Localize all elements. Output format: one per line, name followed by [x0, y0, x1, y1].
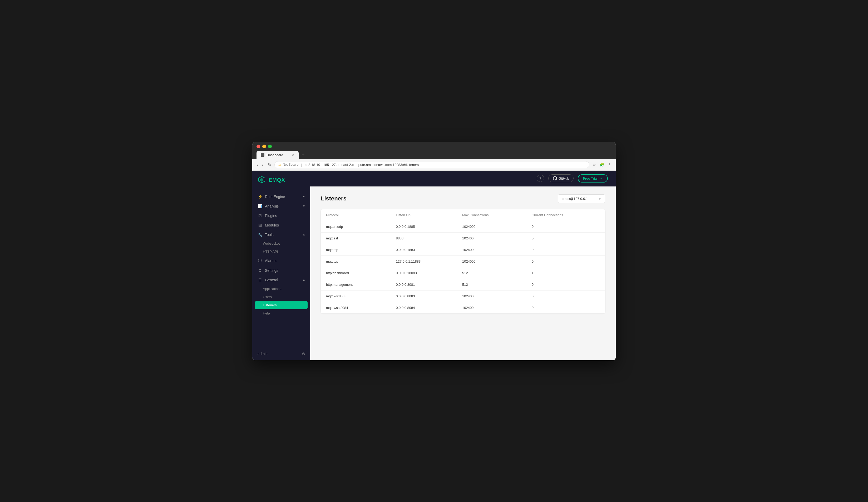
cell-current-connections: 0	[526, 255, 605, 267]
sidebar-item-analysis[interactable]: 📊 Analysis ∨	[252, 202, 310, 211]
cell-listen-on: 0.0.0.0:8084	[391, 302, 457, 314]
svg-marker-1	[260, 178, 264, 182]
sidebar-item-tools[interactable]: 🔧 Tools ∧	[252, 230, 310, 239]
rule-engine-icon: ⚡	[258, 195, 262, 199]
tab-bar: Dashboard ✕ +	[257, 151, 611, 159]
github-icon	[553, 176, 557, 181]
cell-protocol: mqttsn:udp	[321, 221, 391, 232]
sidebar-item-settings[interactable]: ⚙ Settings	[252, 266, 310, 275]
sidebar-item-websocket[interactable]: Websocket	[252, 239, 310, 248]
analysis-icon: 📊	[258, 204, 262, 208]
logout-icon[interactable]: ⎋	[302, 351, 305, 356]
cell-protocol: http:dashboard	[321, 267, 391, 279]
node-selector[interactable]: emqx@127.0.0.1 ∨	[558, 194, 605, 203]
cell-current-connections: 0	[526, 279, 605, 290]
forward-button[interactable]: ›	[261, 162, 265, 167]
analysis-expand-icon: ∨	[303, 204, 305, 208]
sidebar-nav: ⚡ Rule Engine ∨ 📊 Analysis ∨ ☑ Plugins	[252, 190, 310, 347]
sidebar-item-http-api[interactable]: HTTP API	[252, 248, 310, 256]
table-body: mqttsn:udp 0.0.0.0:1885 1024000 0 mqtt:s…	[321, 221, 605, 314]
cell-listen-on: 0.0.0.0:1885	[391, 221, 457, 232]
reload-button[interactable]: ↻	[267, 162, 272, 168]
cell-listen-on: 0.0.0.0:1883	[391, 244, 457, 255]
back-button[interactable]: ‹	[256, 162, 259, 167]
modules-icon: ▦	[258, 223, 262, 227]
alarms-icon: ⓘ	[258, 258, 262, 263]
sidebar-item-help[interactable]: Help	[252, 309, 310, 317]
cell-current-connections: 0	[526, 221, 605, 232]
sidebar-item-users[interactable]: Users	[252, 293, 310, 301]
tab-favicon	[261, 153, 265, 157]
sidebar-item-rule-engine[interactable]: ⚡ Rule Engine ∨	[252, 192, 310, 202]
cell-listen-on: 8883	[391, 232, 457, 244]
sidebar-item-general[interactable]: ☰ General ∧	[252, 275, 310, 285]
cell-protocol: http:management	[321, 279, 391, 290]
bookmark-star-icon[interactable]: ☆	[591, 162, 597, 167]
lock-icon: ⚠	[278, 163, 281, 166]
cell-listen-on: 0.0.0.0:18083	[391, 267, 457, 279]
new-tab-button[interactable]: +	[300, 151, 307, 159]
browser-actions: ☆ 🧩 ⋮	[591, 162, 612, 167]
active-tab[interactable]: Dashboard ✕	[257, 151, 299, 159]
help-button[interactable]: ?	[537, 175, 544, 182]
top-bar: ? GitHub Free Trial →	[310, 171, 616, 186]
cell-max-connections: 512	[457, 279, 526, 290]
cell-protocol: mqtt:wss:8084	[321, 302, 391, 314]
table-row: http:management 0.0.0.0:8081 512 0	[321, 279, 605, 290]
not-secure-label: Not Secure	[283, 163, 299, 166]
cell-current-connections: 1	[526, 267, 605, 279]
address-text: ec2-18-191-185-127.us-east-2.compute.ama…	[305, 163, 419, 167]
cell-listen-on: 0.0.0.0:8081	[391, 279, 457, 290]
free-trial-label: Free Trial	[583, 176, 598, 181]
close-button[interactable]	[257, 145, 260, 148]
listeners-table-container: Protocol Listen On Max Connections Curre…	[321, 209, 605, 314]
github-label: GitHub	[559, 176, 569, 181]
cell-max-connections: 1024000	[457, 221, 526, 232]
app-container: EMQX ⚡ Rule Engine ∨ 📊 Analysis ∨ ☑	[252, 171, 616, 360]
cell-listen-on: 127.0.0.1:11883	[391, 255, 457, 267]
cell-max-connections: 512	[457, 267, 526, 279]
table-row: mqtt:ssl 8883 102400 0	[321, 232, 605, 244]
address-bar-row: ‹ › ↻ ⚠ Not Secure | ec2-18-191-185-127.…	[252, 159, 616, 171]
maximize-button[interactable]	[268, 145, 272, 148]
sidebar-item-listeners[interactable]: Listeners	[255, 301, 308, 309]
sidebar-footer: admin ⎋	[252, 347, 310, 360]
cell-protocol: mqtt:tcp	[321, 244, 391, 255]
minimize-button[interactable]	[262, 145, 266, 148]
address-bar[interactable]: ⚠ Not Secure | ec2-18-191-185-127.us-eas…	[275, 161, 589, 168]
col-max-connections: Max Connections	[457, 209, 526, 221]
cell-current-connections: 0	[526, 232, 605, 244]
extensions-icon[interactable]: 🧩	[599, 162, 605, 167]
cell-protocol: mqtt:ws:8083	[321, 290, 391, 302]
sidebar-item-plugins[interactable]: ☑ Plugins	[252, 211, 310, 221]
cell-max-connections: 102400	[457, 232, 526, 244]
sidebar-logo: EMQX	[252, 171, 310, 190]
tab-title: Dashboard	[267, 153, 283, 157]
cell-current-connections: 0	[526, 244, 605, 255]
chevron-down-icon: ∨	[599, 197, 601, 201]
table-row: mqtt:tcp 127.0.0.1:11883 1024000 0	[321, 255, 605, 267]
cell-current-connections: 0	[526, 302, 605, 314]
page-header: Listeners emqx@127.0.0.1 ∨	[321, 194, 605, 203]
menu-icon[interactable]: ⋮	[607, 162, 612, 167]
node-selector-value: emqx@127.0.0.1	[562, 197, 588, 201]
tab-close-button[interactable]: ✕	[292, 153, 294, 157]
col-listen-on: Listen On	[391, 209, 457, 221]
general-expand-icon: ∧	[303, 278, 305, 281]
sidebar-username: admin	[258, 352, 268, 356]
plugins-icon: ☑	[258, 214, 262, 218]
sidebar-item-applications[interactable]: Applications	[252, 285, 310, 293]
free-trial-arrow-icon: →	[599, 176, 602, 181]
github-button[interactable]: GitHub	[548, 174, 574, 182]
sidebar-item-modules[interactable]: ▦ Modules	[252, 221, 310, 230]
tools-expand-icon: ∧	[303, 233, 305, 236]
general-icon: ☰	[258, 278, 262, 282]
tools-icon: 🔧	[258, 233, 262, 237]
table-row: mqtt:tcp 0.0.0.0:1883 1024000 0	[321, 244, 605, 255]
cell-protocol: mqtt:ssl	[321, 232, 391, 244]
table-header: Protocol Listen On Max Connections Curre…	[321, 209, 605, 221]
sidebar-item-alarms[interactable]: ⓘ Alarms	[252, 256, 310, 266]
sidebar: EMQX ⚡ Rule Engine ∨ 📊 Analysis ∨ ☑	[252, 171, 310, 360]
free-trial-button[interactable]: Free Trial →	[578, 174, 608, 183]
table-row: mqttsn:udp 0.0.0.0:1885 1024000 0	[321, 221, 605, 232]
